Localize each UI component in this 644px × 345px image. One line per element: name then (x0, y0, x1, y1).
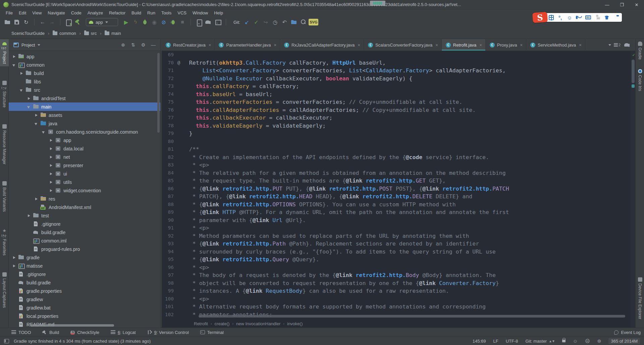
expand-arrow-icon[interactable] (11, 263, 17, 269)
tab-scalarsconverterfactory-java[interactable]: CScalarsConverterFactory.java× (364, 39, 442, 51)
menu-build[interactable]: Build (128, 10, 144, 16)
locate-file-icon[interactable]: ⊕ (119, 42, 127, 48)
line-number[interactable]: 98 (162, 279, 175, 287)
menu-run[interactable]: Run (144, 10, 158, 16)
happy-face-icon[interactable]: ☺ (573, 338, 578, 344)
git-branch-indicator[interactable]: Git: master ▲▼ (525, 339, 554, 344)
code-text[interactable]: * PATCH}, {@link retrofit2.http.HEAD HEA… (182, 193, 631, 201)
tree-item-matisse[interactable]: matisse (9, 262, 160, 270)
line-number[interactable]: 96 (162, 264, 175, 272)
code-text[interactable]: * {@link retrofit2.http.Path @Path}. Rep… (182, 240, 631, 248)
tab-parameterhandler-java[interactable]: CParameterHandler.java× (215, 39, 280, 51)
tree-item-common-iml[interactable]: common.iml (9, 236, 160, 245)
expand-arrow-icon[interactable] (48, 163, 54, 168)
tree-item-build-gradle[interactable]: build.gradle (9, 278, 160, 287)
hidden-tabs-list-icon[interactable]: 2 (614, 43, 621, 47)
tree-item-app[interactable]: app (9, 52, 160, 61)
code-text[interactable]: * <p> (182, 224, 631, 232)
project-panel-title[interactable]: Project (21, 43, 35, 48)
run-with-coverage-icon[interactable]: ◉ (150, 18, 158, 26)
search-everywhere-icon[interactable] (299, 18, 307, 26)
run-configuration-select[interactable]: app (86, 18, 118, 26)
line-number[interactable]: 94 (162, 248, 175, 256)
tree-item-data-local[interactable]: data.local (9, 144, 160, 153)
open-file-icon[interactable] (3, 18, 11, 26)
collapse-arrow-icon[interactable] (26, 104, 32, 110)
memory-indicator[interactable]: 365 of 2014M (608, 338, 640, 344)
sad-face-icon[interactable]: ☹ (585, 338, 590, 344)
code-text[interactable]: * The relative path for a given method i… (182, 169, 631, 177)
apply-changes-icon[interactable]: ϟ (131, 18, 140, 26)
tree-vertical-scrollbar[interactable] (157, 53, 160, 133)
editor-vertical-scrollbar-thumb[interactable] (632, 60, 635, 83)
undo-icon[interactable]: ↶ (280, 18, 288, 26)
tree-item-build-gradle[interactable]: build.gradle (9, 228, 160, 236)
menu-view[interactable]: View (29, 10, 45, 16)
expand-arrow-icon[interactable] (48, 188, 54, 193)
line-number[interactable]: 89 (162, 208, 175, 216)
breadcrumb-src[interactable]: src (83, 30, 98, 37)
maximize-button[interactable]: ❐ (614, 0, 629, 9)
back-icon[interactable]: ← (39, 18, 47, 26)
select-in-project-view-icon[interactable] (290, 18, 298, 26)
line-number[interactable]: 81 (162, 145, 175, 153)
collapse-arrow-icon[interactable] (34, 121, 39, 126)
code-text[interactable]: * <p> (182, 295, 631, 303)
tool-button-structure[interactable]: 7: Structure (0, 78, 9, 110)
synchronize-icon[interactable]: ↻ (22, 18, 30, 26)
expand-arrow-icon[interactable] (19, 71, 24, 76)
code-text[interactable]: this.callbackExecutor = callbackExecutor… (182, 114, 631, 122)
menu-tools[interactable]: Tools (158, 10, 174, 16)
emoji-icon[interactable]: ☺ (567, 14, 573, 20)
toolbox-grid-icon[interactable] (613, 14, 619, 20)
debug-icon[interactable] (141, 18, 149, 26)
menu-refactor[interactable]: Refactor (106, 10, 128, 16)
code-text[interactable]: * surrounded by curly braces (e.g., "{fo… (182, 248, 631, 256)
sogou-logo-icon[interactable]: S (532, 12, 548, 23)
update-project-icon[interactable]: ↙ (243, 18, 251, 26)
code-text[interactable]: this.callFactory = callFactory; (182, 82, 631, 90)
code-text[interactable]: * The body of a request is denoted by th… (182, 271, 631, 279)
code-text[interactable] (182, 138, 631, 146)
run-on-device-icon[interactable] (64, 18, 72, 26)
line-number[interactable]: 93 (162, 240, 175, 248)
line-number[interactable]: 69 (162, 51, 175, 59)
expand-arrow-icon[interactable] (48, 154, 54, 160)
line-number[interactable]: 97 (162, 271, 175, 279)
tool-button-resource-manager[interactable]: Resource Manager (0, 122, 9, 167)
tree-item-app[interactable]: app (9, 136, 160, 144)
tool-button-code-iris[interactable]: Code Iris (636, 67, 644, 93)
expand-arrow-icon[interactable] (48, 180, 54, 185)
line-number[interactable]: 70 (162, 59, 175, 67)
stop-icon[interactable]: ■ (178, 18, 186, 26)
collapse-all-icon[interactable]: ⇅ (129, 42, 137, 48)
gradle-daemon-icon[interactable]: ⊜ (597, 338, 601, 344)
run-icon[interactable]: ▶ (122, 18, 130, 26)
avd-manager-icon[interactable] (195, 18, 203, 26)
sdk-manager-icon[interactable] (214, 18, 222, 26)
tab-restcreator-java[interactable]: CRestCreator.java× (162, 39, 215, 51)
line-number[interactable]: 74 (162, 90, 175, 98)
tool-button-device-file-explorer[interactable]: Device File Explorer (636, 275, 644, 322)
hide-panel-icon[interactable]: — (150, 42, 157, 48)
status-message[interactable]: Gradle sync finished in 4 s 304 ms (from… (14, 339, 151, 344)
line-number[interactable]: 87 (162, 193, 175, 201)
expand-arrow-icon[interactable] (34, 113, 39, 118)
breadcrumb-scenictourguide[interactable]: ScenicTourGuide (10, 30, 46, 37)
expand-arrow-icon[interactable] (48, 146, 54, 151)
close-tab-icon[interactable]: × (520, 43, 523, 48)
tool-window-toggle-icon[interactable] (4, 339, 9, 343)
line-number[interactable]: 90 (162, 216, 175, 224)
menu-window[interactable]: Window (190, 10, 211, 16)
code-text[interactable]: List<Converter.Factory> converterFactori… (182, 67, 631, 75)
minimize-button[interactable]: — (600, 0, 614, 9)
code-text[interactable]: } (182, 130, 631, 138)
tool-button-gradle[interactable]: Gradle (636, 39, 644, 62)
tree-item-androidtest[interactable]: androidTest (9, 94, 160, 102)
code-text[interactable]: * {@link HTTP @HTTP}. For a dynamic URL,… (182, 208, 631, 216)
editor-horizontal-scrollbar[interactable] (199, 315, 625, 318)
tree-item-gitignore[interactable]: .gitignore (9, 220, 160, 228)
tree-item-build[interactable]: build (9, 69, 160, 77)
line-number[interactable]: 73 (162, 82, 175, 90)
code-text[interactable]: * <p> (182, 264, 631, 272)
